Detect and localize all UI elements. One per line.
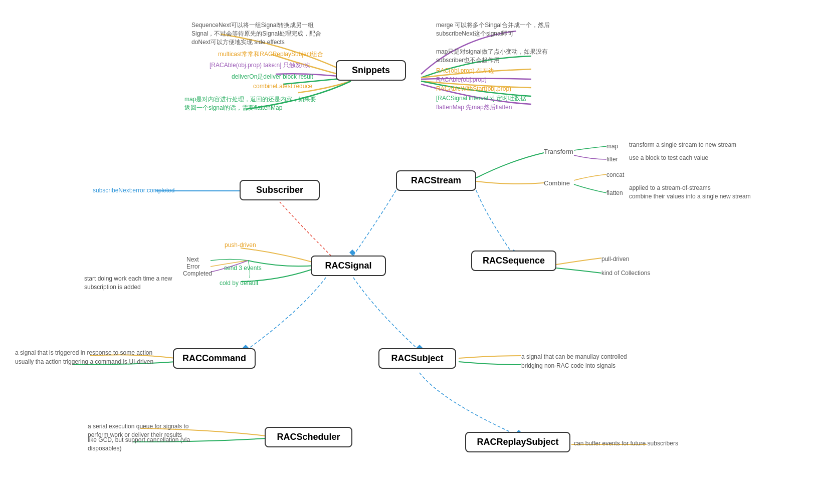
racsubject-right1: a signal that can be manullay controlled [521, 353, 627, 360]
raccommand-node: RACCommand [173, 348, 256, 369]
racstream-map: map [606, 143, 618, 150]
racsubject-right2: bridging non-RAC code into signals [521, 362, 616, 369]
racreplaysubject-node: RACReplaySubject [465, 432, 570, 452]
snippets-left-3: [RACAble(obj.prop) take:n] 只触发n次 [210, 61, 310, 70]
racstream-filter-desc: use a block to test each value [629, 154, 708, 161]
snippets-right-5: RACAbleWithStart(obj.prop) [436, 85, 511, 92]
snippets-right-2: map只是对signal做了点小变动，如果没有subscriber也不会起作用 [436, 48, 548, 65]
racsequence-pull: pull-driven [601, 256, 629, 263]
svg-marker-0 [349, 249, 355, 256]
racsubject-node: RACSubject [378, 348, 456, 369]
racsignal-push: push-driven [225, 241, 256, 248]
racsignal-next: Next [186, 256, 199, 263]
racstream-transform: Transform [544, 148, 573, 155]
snippets-right-3: RAC(obj.prop) 在左边 [436, 67, 494, 75]
snippets-node: Snippets [336, 60, 406, 81]
racstream-flatten-desc1: applied to a stream-of-streams [629, 184, 711, 191]
racstream-map-desc: transform a single stream to new stream [629, 141, 736, 148]
racstream-filter: filter [606, 156, 618, 163]
racsignal-send3: send 3 events [224, 265, 262, 272]
racsignal-cold: cold by default [220, 280, 258, 287]
racstream-node: RACStream [396, 170, 476, 191]
snippets-left-1: SequenceNext可以将一组Signal转换成另一组Signal，不过会等… [191, 21, 321, 46]
racscheduler-left2: like GCD, but support cancellation (viad… [88, 436, 190, 453]
racstream-combine: Combine [544, 179, 570, 187]
snippets-right-1: merge 可以将多个Singal合并成一个，然后subscribeNext这个… [436, 21, 550, 38]
racscheduler-node: RACScheduler [265, 427, 352, 447]
subscriber-left: subscribeNext:error:completed [93, 187, 174, 194]
racstream-concat: concat [606, 171, 624, 178]
raccommand-left1: a signal that is triggered in response t… [15, 349, 152, 356]
racsequence-collections: kind of Collections [601, 270, 650, 277]
racreplaysubject-right: can buffer events for future subscribers [574, 440, 678, 447]
racsignal-error: Error [186, 263, 200, 270]
snippets-left-4: deliverOn是deliver block result [232, 73, 313, 81]
snippets-right-6: [RACSignal interval:x] 定时吐数据 [436, 94, 526, 103]
snippets-left-6: map是对内容进行处理，返回的还是内容，如果要返回一个signal的话，需要fl… [184, 95, 316, 112]
raccommand-left2: usually tha action triggering a command … [15, 358, 153, 365]
snippets-right-4: RACAble(obj.prop) [436, 76, 487, 83]
subscriber-node: Subscriber [240, 180, 320, 200]
racsignal-completed: Completed [183, 270, 212, 277]
snippets-left-2: multicast常常和RACReplaySubject组合 [218, 50, 323, 59]
racsequence-node: RACSequence [471, 250, 556, 271]
snippets-left-5: combineLatest:reduce [253, 83, 312, 90]
racsignal-cold-desc: start doing work each time a newsubscrip… [84, 275, 172, 292]
racsignal-node: RACSignal [311, 256, 386, 276]
racstream-flatten: flatten [606, 189, 623, 196]
snippets-right-7: flattenMap 先map然后flatten [436, 103, 512, 112]
racstream-flatten-desc2: combine their values into a single new s… [629, 193, 751, 200]
